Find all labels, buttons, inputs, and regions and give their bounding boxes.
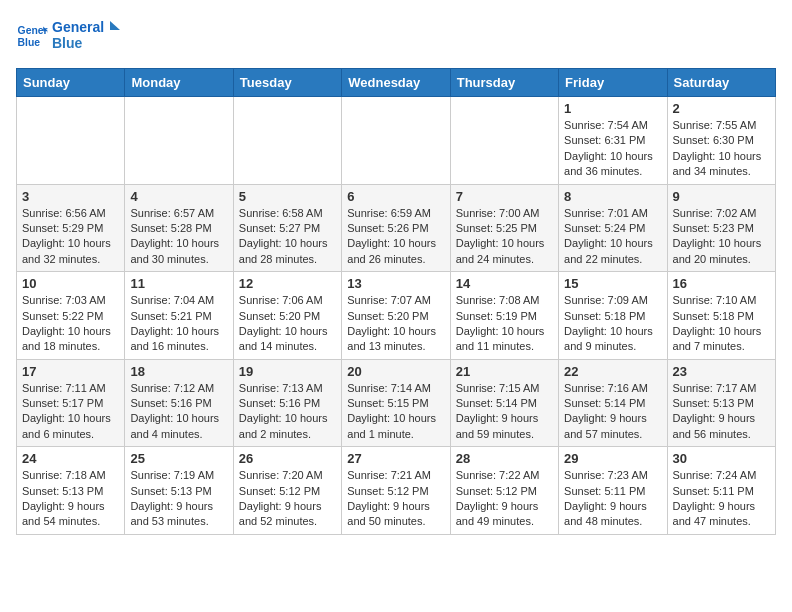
day-info: Sunset: 5:13 PM — [130, 484, 227, 499]
day-info: Sunset: 5:13 PM — [22, 484, 119, 499]
day-number: 13 — [347, 276, 444, 291]
calendar-cell: 4Sunrise: 6:57 AMSunset: 5:28 PMDaylight… — [125, 184, 233, 272]
header-friday: Friday — [559, 69, 667, 97]
calendar-cell — [233, 97, 341, 185]
header-thursday: Thursday — [450, 69, 558, 97]
calendar-cell: 17Sunrise: 7:11 AMSunset: 5:17 PMDayligh… — [17, 359, 125, 447]
day-number: 21 — [456, 364, 553, 379]
day-info: Daylight: 10 hours and 16 minutes. — [130, 324, 227, 355]
day-info: Sunset: 5:14 PM — [456, 396, 553, 411]
calendar-cell — [17, 97, 125, 185]
day-number: 27 — [347, 451, 444, 466]
calendar-cell: 16Sunrise: 7:10 AMSunset: 5:18 PMDayligh… — [667, 272, 775, 360]
calendar-cell: 1Sunrise: 7:54 AMSunset: 6:31 PMDaylight… — [559, 97, 667, 185]
day-info: Daylight: 10 hours and 9 minutes. — [564, 324, 661, 355]
day-info: Sunrise: 6:57 AM — [130, 206, 227, 221]
calendar-cell: 22Sunrise: 7:16 AMSunset: 5:14 PMDayligh… — [559, 359, 667, 447]
calendar-cell: 14Sunrise: 7:08 AMSunset: 5:19 PMDayligh… — [450, 272, 558, 360]
day-number: 18 — [130, 364, 227, 379]
day-info: Sunset: 5:12 PM — [347, 484, 444, 499]
calendar-cell: 21Sunrise: 7:15 AMSunset: 5:14 PMDayligh… — [450, 359, 558, 447]
day-info: Sunset: 5:12 PM — [239, 484, 336, 499]
week-row-2: 3Sunrise: 6:56 AMSunset: 5:29 PMDaylight… — [17, 184, 776, 272]
day-number: 15 — [564, 276, 661, 291]
day-info: Sunset: 5:22 PM — [22, 309, 119, 324]
day-info: Daylight: 10 hours and 18 minutes. — [22, 324, 119, 355]
header-wednesday: Wednesday — [342, 69, 450, 97]
day-info: Sunrise: 7:12 AM — [130, 381, 227, 396]
header-tuesday: Tuesday — [233, 69, 341, 97]
day-info: Daylight: 10 hours and 26 minutes. — [347, 236, 444, 267]
day-info: Daylight: 9 hours and 48 minutes. — [564, 499, 661, 530]
day-info: Sunrise: 7:02 AM — [673, 206, 770, 221]
day-info: Daylight: 10 hours and 24 minutes. — [456, 236, 553, 267]
day-info: Sunset: 5:28 PM — [130, 221, 227, 236]
day-info: Daylight: 10 hours and 28 minutes. — [239, 236, 336, 267]
calendar-cell: 19Sunrise: 7:13 AMSunset: 5:16 PMDayligh… — [233, 359, 341, 447]
calendar-cell: 9Sunrise: 7:02 AMSunset: 5:23 PMDaylight… — [667, 184, 775, 272]
day-info: Sunset: 5:18 PM — [564, 309, 661, 324]
day-info: Daylight: 10 hours and 34 minutes. — [673, 149, 770, 180]
day-info: Sunset: 5:11 PM — [564, 484, 661, 499]
day-info: Sunset: 5:15 PM — [347, 396, 444, 411]
day-info: Daylight: 10 hours and 1 minute. — [347, 411, 444, 442]
header-saturday: Saturday — [667, 69, 775, 97]
day-number: 26 — [239, 451, 336, 466]
calendar-cell: 10Sunrise: 7:03 AMSunset: 5:22 PMDayligh… — [17, 272, 125, 360]
day-info: Sunrise: 6:58 AM — [239, 206, 336, 221]
calendar-cell: 3Sunrise: 6:56 AMSunset: 5:29 PMDaylight… — [17, 184, 125, 272]
day-info: Daylight: 10 hours and 36 minutes. — [564, 149, 661, 180]
day-info: Sunset: 5:16 PM — [239, 396, 336, 411]
calendar-table: SundayMondayTuesdayWednesdayThursdayFrid… — [16, 68, 776, 535]
calendar-cell: 7Sunrise: 7:00 AMSunset: 5:25 PMDaylight… — [450, 184, 558, 272]
day-info: Sunset: 5:18 PM — [673, 309, 770, 324]
day-info: Sunset: 5:25 PM — [456, 221, 553, 236]
day-info: Daylight: 10 hours and 7 minutes. — [673, 324, 770, 355]
day-number: 4 — [130, 189, 227, 204]
calendar-cell — [450, 97, 558, 185]
day-info: Daylight: 10 hours and 32 minutes. — [22, 236, 119, 267]
day-info: Daylight: 10 hours and 20 minutes. — [673, 236, 770, 267]
day-number: 11 — [130, 276, 227, 291]
day-number: 3 — [22, 189, 119, 204]
day-info: Sunrise: 7:20 AM — [239, 468, 336, 483]
day-info: Sunrise: 7:17 AM — [673, 381, 770, 396]
svg-text:General: General — [52, 19, 104, 35]
day-number: 17 — [22, 364, 119, 379]
day-info: Daylight: 10 hours and 6 minutes. — [22, 411, 119, 442]
day-info: Daylight: 9 hours and 57 minutes. — [564, 411, 661, 442]
day-info: Sunset: 5:29 PM — [22, 221, 119, 236]
calendar-cell: 6Sunrise: 6:59 AMSunset: 5:26 PMDaylight… — [342, 184, 450, 272]
calendar-cell — [342, 97, 450, 185]
day-info: Daylight: 10 hours and 2 minutes. — [239, 411, 336, 442]
day-info: Sunrise: 7:19 AM — [130, 468, 227, 483]
day-number: 1 — [564, 101, 661, 116]
day-number: 7 — [456, 189, 553, 204]
day-info: Sunrise: 7:24 AM — [673, 468, 770, 483]
day-info: Sunrise: 7:54 AM — [564, 118, 661, 133]
day-info: Sunrise: 7:16 AM — [564, 381, 661, 396]
day-info: Daylight: 10 hours and 13 minutes. — [347, 324, 444, 355]
day-info: Daylight: 9 hours and 50 minutes. — [347, 499, 444, 530]
day-info: Sunrise: 7:00 AM — [456, 206, 553, 221]
day-number: 30 — [673, 451, 770, 466]
day-info: Daylight: 10 hours and 11 minutes. — [456, 324, 553, 355]
week-row-1: 1Sunrise: 7:54 AMSunset: 6:31 PMDaylight… — [17, 97, 776, 185]
calendar-cell: 8Sunrise: 7:01 AMSunset: 5:24 PMDaylight… — [559, 184, 667, 272]
day-info: Daylight: 9 hours and 47 minutes. — [673, 499, 770, 530]
svg-marker-4 — [110, 21, 120, 30]
day-number: 14 — [456, 276, 553, 291]
day-number: 22 — [564, 364, 661, 379]
calendar-cell: 5Sunrise: 6:58 AMSunset: 5:27 PMDaylight… — [233, 184, 341, 272]
day-info: Daylight: 9 hours and 56 minutes. — [673, 411, 770, 442]
day-number: 20 — [347, 364, 444, 379]
day-number: 19 — [239, 364, 336, 379]
calendar-cell: 26Sunrise: 7:20 AMSunset: 5:12 PMDayligh… — [233, 447, 341, 535]
day-number: 23 — [673, 364, 770, 379]
week-row-5: 24Sunrise: 7:18 AMSunset: 5:13 PMDayligh… — [17, 447, 776, 535]
logo-icon: General Blue — [16, 20, 48, 52]
calendar-cell: 12Sunrise: 7:06 AMSunset: 5:20 PMDayligh… — [233, 272, 341, 360]
logo-svg: General Blue — [52, 16, 122, 56]
calendar-cell: 11Sunrise: 7:04 AMSunset: 5:21 PMDayligh… — [125, 272, 233, 360]
day-info: Sunrise: 6:59 AM — [347, 206, 444, 221]
